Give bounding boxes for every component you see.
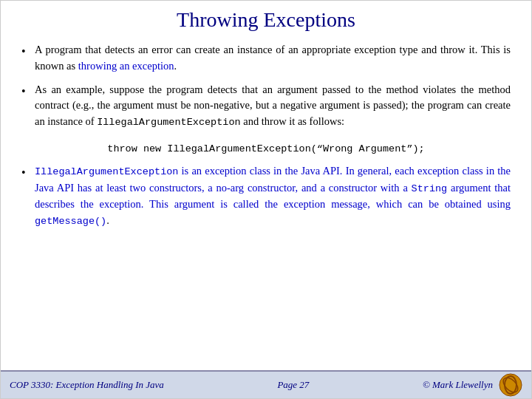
bullet-text-3: IllegalArgumentException is an exception… [35, 163, 511, 229]
bullet1-text-after: . [174, 60, 177, 72]
footer-center: Page 27 [277, 379, 309, 391]
bullet3-mono2: String [412, 183, 448, 194]
bullet-dot-3: • [21, 163, 35, 182]
logo-icon [499, 373, 522, 397]
bullet3-mono1: IllegalArgumentException [35, 166, 178, 177]
code-text: throw new IllegalArgumentException(“Wron… [107, 143, 424, 154]
bullet-dot-2: • [21, 82, 35, 100]
slide-title: Throwing Exceptions [21, 8, 511, 32]
footer-right-text: © Mark Llewellyn [423, 379, 493, 391]
bullet1-blue-text: throwing an exception [78, 60, 174, 72]
bullet3-mono3: getMessage() [35, 216, 106, 227]
slide-container: Throwing Exceptions • A program that det… [0, 0, 532, 399]
slide-content: Throwing Exceptions • A program that det… [1, 1, 531, 370]
bullet2-text2: and throw it as follows: [241, 115, 345, 127]
footer: COP 3330: Exception Handling In Java Pag… [1, 370, 531, 398]
bullet-item-3: • IllegalArgumentException is an excepti… [21, 163, 511, 229]
svg-point-0 [499, 374, 522, 396]
bullet-text-2: As an example, suppose the program detec… [35, 82, 511, 131]
bullet-item-2: • As an example, suppose the program det… [21, 82, 511, 131]
footer-left: COP 3330: Exception Handling In Java [10, 379, 164, 391]
footer-right: © Mark Llewellyn [423, 373, 522, 397]
bullet-item-1: • A program that detects an error can cr… [21, 42, 511, 75]
code-block: throw new IllegalArgumentException(“Wron… [21, 143, 511, 154]
bullet3-text3: . [106, 214, 109, 226]
bullet-dot-1: • [21, 42, 35, 61]
bullet2-mono1: IllegalArgumentException [97, 117, 240, 128]
bullet-text-1: A program that detects an error can crea… [35, 42, 511, 75]
